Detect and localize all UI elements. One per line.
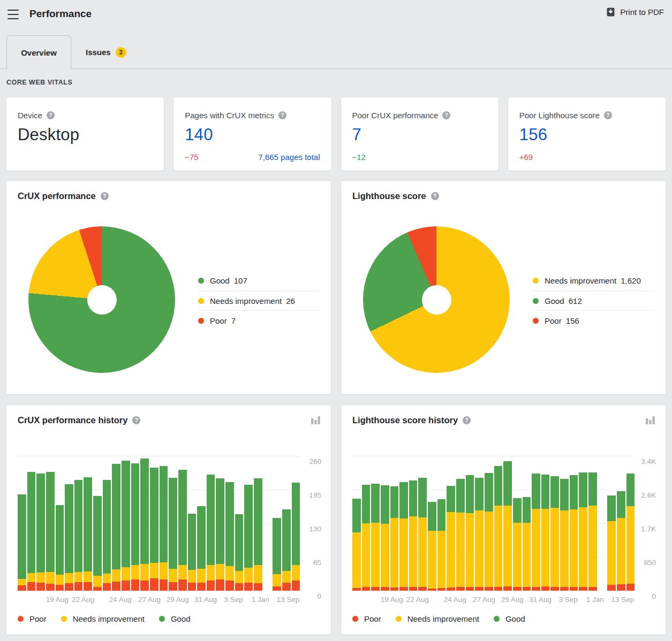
bar-segment-poor [560, 587, 569, 591]
bar-segment-ni [390, 518, 399, 587]
stacked-bar [122, 456, 130, 591]
good-dot-icon [533, 298, 539, 304]
bar-segment-good [273, 518, 281, 574]
bar-segment-ni [225, 566, 234, 581]
page-title: Performance [29, 8, 92, 20]
lighthouse-history-bar-chart: 3.4K2.6K1.7K850019 Aug22 Aug24 Aug27 Aug… [352, 456, 635, 591]
poor-dot-icon [18, 616, 24, 622]
stacked-bar [140, 456, 149, 591]
bar-segment-good [362, 485, 371, 523]
stacked-bar [207, 456, 215, 591]
y-axis-label: 850 [635, 559, 656, 567]
help-icon[interactable]: ? [463, 416, 471, 424]
bar-segment-ni [494, 506, 503, 586]
good-dot-icon [198, 278, 204, 284]
tab-issues[interactable]: Issues 3 [71, 35, 141, 69]
bar-segment-good [503, 461, 512, 506]
legend-item: Poor 156 [533, 310, 654, 330]
stacked-bar [503, 456, 512, 591]
bar-segment-good [523, 497, 531, 522]
help-icon[interactable]: ? [278, 111, 286, 119]
bar-segment-good [466, 475, 474, 513]
legend-label: Needs improvement [210, 296, 282, 306]
help-icon[interactable]: ? [47, 111, 55, 119]
y-axis-label: 2.6K [635, 491, 656, 499]
help-icon[interactable]: ? [442, 111, 450, 119]
bar-segment-poor [207, 581, 215, 591]
help-icon[interactable]: ? [431, 192, 439, 200]
bars-container [18, 456, 300, 591]
bar-segment-poor [169, 582, 177, 591]
good-dot-icon [494, 616, 500, 622]
help-icon[interactable]: ? [604, 111, 612, 119]
stacked-bar [169, 456, 177, 591]
stacked-bar [352, 456, 361, 591]
poor-dot-icon [198, 318, 204, 324]
stacked-bar [27, 456, 36, 591]
bar-segment-good [282, 509, 291, 571]
legend-value: 156 [566, 316, 579, 325]
tab-overview[interactable]: Overview [6, 35, 71, 69]
bar-segment-ni [18, 579, 26, 586]
bar-segment-good [588, 472, 597, 506]
bar-segment-good [626, 474, 635, 506]
crux-history-bar-chart: 26019513065019 Aug22 Aug24 Aug27 Aug29 A… [18, 456, 300, 591]
bar-segment-poor [617, 584, 625, 591]
bar-segment-ni [122, 567, 130, 580]
stacked-bar [466, 456, 474, 591]
bar-segment-poor [36, 583, 45, 591]
bar-chart-icon[interactable] [311, 416, 320, 424]
bar-segment-poor [18, 585, 26, 591]
bar-segment-ni [56, 575, 64, 585]
crux-performance-history-card: CrUX performance history ? 2601951306501… [6, 405, 331, 635]
bar-segment-poor [197, 583, 206, 591]
lighthouse-score-donut-chart [363, 226, 510, 373]
pages-total-link[interactable]: 7,665 pages total [258, 152, 320, 162]
bar-chart-icon[interactable] [646, 416, 655, 424]
stat-delta-poor-crux: −12 [352, 152, 366, 162]
bar-segment-ni [352, 532, 361, 588]
bar-segment-ni [216, 564, 224, 579]
bar-segment-poor [371, 587, 380, 591]
lighthouse-score-card: Lighthouse score ? Needs improvement 1,6… [341, 181, 666, 394]
bar-segment-ni [475, 510, 484, 587]
bar-segment-poor [235, 583, 244, 591]
hamburger-menu-icon[interactable] [7, 10, 19, 20]
bar-segment-poor [140, 581, 149, 591]
crux-history-title: CrUX performance history [18, 415, 127, 425]
bar-segment-poor [588, 587, 597, 591]
legend-label: Poor [545, 316, 562, 325]
bar-segment-poor [273, 586, 281, 591]
print-to-pdf-button[interactable]: Print to PDF [606, 7, 664, 17]
legend-label: Poor [29, 614, 47, 623]
bar-segment-poor [579, 587, 587, 591]
bar-segment-good [140, 459, 149, 564]
bar-segment-poor [65, 583, 73, 591]
bar-segment-good [409, 480, 418, 516]
bar-segment-ni [103, 574, 111, 583]
legend-label: Needs improvement [407, 614, 479, 623]
legend-label: Poor [364, 614, 381, 623]
donut-cards-row: CrUX performance ? Good 107 Needs improv… [6, 181, 666, 394]
bar-segment-ni [626, 506, 635, 584]
bar-segment-ni [399, 518, 408, 587]
legend-label: Good [505, 614, 525, 623]
stat-label-crux-pages: Pages with CrUX metrics [185, 111, 274, 120]
tab-bar: Overview Issues 3 [0, 35, 672, 69]
stacked-bar [74, 456, 83, 591]
stacked-bar [428, 456, 436, 591]
bar-segment-ni [254, 565, 262, 584]
help-icon[interactable]: ? [101, 192, 109, 200]
stacked-bar [112, 456, 120, 591]
bar-segment-ni [160, 562, 168, 579]
bar-segment-ni [178, 565, 187, 579]
x-axis-label: 27 Aug [473, 596, 495, 604]
bar-segment-poor [225, 581, 234, 591]
bar-gap [598, 456, 607, 591]
bar-segment-ni [112, 569, 120, 581]
y-axis-label: 65 [300, 559, 321, 567]
help-icon[interactable]: ? [132, 416, 140, 424]
bar-segment-ni [579, 507, 587, 586]
legend-item: Needs improvement [396, 614, 479, 623]
bar-segment-ni [617, 518, 625, 585]
